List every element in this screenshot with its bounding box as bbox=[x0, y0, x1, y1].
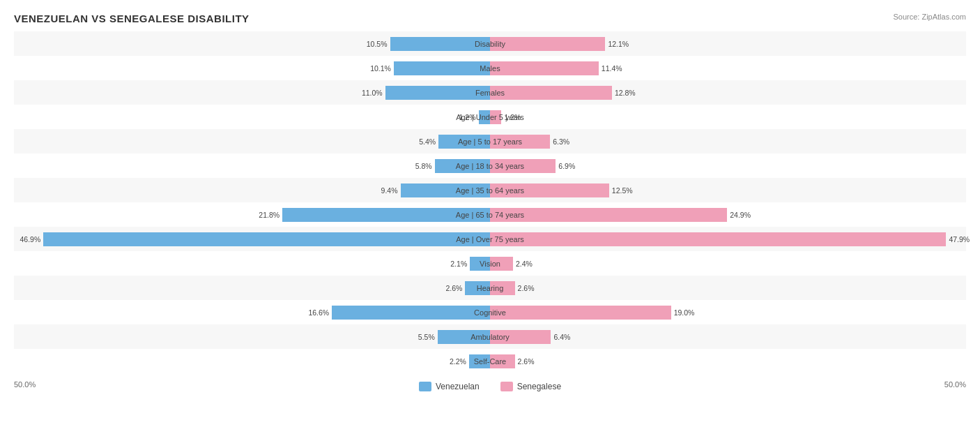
row-label: Females bbox=[475, 89, 505, 97]
row-label: Males bbox=[480, 64, 500, 73]
val-left: 5.4% bbox=[419, 137, 436, 146]
val-left: 46.9% bbox=[20, 235, 40, 244]
legend-label-senegalese: Senegalese bbox=[517, 382, 561, 391]
axis-left: 50.0% bbox=[14, 380, 419, 389]
row-label: Age | 65 to 74 years bbox=[456, 211, 524, 219]
row-label: Age | Over 75 years bbox=[456, 235, 524, 244]
val-left: 21.8% bbox=[259, 211, 280, 219]
val-left: 5.8% bbox=[415, 162, 432, 170]
row-label: Age | 5 to 17 years bbox=[458, 137, 522, 146]
val-right: 2.6% bbox=[518, 357, 535, 366]
val-right: 11.4% bbox=[602, 64, 622, 73]
chart-row: Disability10.5%12.1% bbox=[14, 31, 966, 56]
bar-right bbox=[490, 86, 612, 100]
chart-row: Age | 35 to 64 years9.4%12.5% bbox=[14, 178, 966, 202]
val-left: 5.5% bbox=[418, 333, 435, 341]
legend-color-venezuelan bbox=[419, 382, 431, 391]
row-label: Age | Under 5 years bbox=[456, 113, 524, 121]
bar-right bbox=[490, 232, 946, 246]
chart-row: Cognitive16.6%19.0% bbox=[14, 300, 966, 324]
row-label: Cognitive bbox=[474, 308, 506, 317]
row-label: Disability bbox=[475, 40, 505, 48]
chart-row: Age | 5 to 17 years5.4%6.3% bbox=[14, 129, 966, 153]
chart-row: Ambulatory5.5%6.4% bbox=[14, 324, 966, 349]
val-right: 24.9% bbox=[730, 211, 751, 219]
chart-area: Disability10.5%12.1%Males10.1%11.4%Femal… bbox=[14, 31, 966, 376]
chart-row: Age | 65 to 74 years21.8%24.9% bbox=[14, 202, 966, 227]
val-right: 12.5% bbox=[612, 186, 633, 195]
val-left: 10.5% bbox=[367, 40, 388, 48]
chart-row: Age | Over 75 years46.9%47.9% bbox=[14, 227, 966, 251]
row-label: Vision bbox=[480, 260, 500, 268]
legend-color-senegalese bbox=[500, 382, 513, 391]
legend: Venezuelan Senegalese bbox=[419, 382, 561, 391]
val-right: 6.9% bbox=[558, 162, 575, 170]
legend-item-venezuelan: Venezuelan bbox=[419, 382, 480, 391]
val-right: 6.3% bbox=[553, 137, 569, 146]
row-label: Age | 18 to 34 years bbox=[456, 162, 524, 170]
val-left: 2.1% bbox=[450, 260, 467, 268]
val-left: 16.6% bbox=[308, 308, 329, 317]
bar-left bbox=[394, 61, 490, 75]
val-right: 12.1% bbox=[608, 40, 629, 48]
row-label: Ambulatory bbox=[470, 333, 510, 341]
chart-row: Self-Care2.2%2.6% bbox=[14, 349, 966, 373]
chart-title: VENEZUELAN VS SENEGALESE DISABILITY bbox=[14, 13, 966, 24]
bar-right bbox=[490, 61, 599, 75]
val-right: 2.6% bbox=[518, 284, 535, 292]
chart-row: Males10.1%11.4% bbox=[14, 56, 966, 80]
row-label: Self-Care bbox=[474, 357, 506, 366]
chart-row: Females11.0%12.8% bbox=[14, 80, 966, 105]
bar-left bbox=[332, 306, 490, 320]
chart-row: Hearing2.6%2.6% bbox=[14, 276, 966, 300]
bar-right bbox=[490, 306, 671, 320]
val-left: 2.2% bbox=[450, 357, 466, 366]
val-right: 47.9% bbox=[949, 235, 970, 244]
chart-row: Age | 18 to 34 years5.8%6.9% bbox=[14, 153, 966, 178]
row-label: Hearing bbox=[477, 284, 504, 292]
val-right: 6.4% bbox=[554, 333, 571, 341]
axis-right: 50.0% bbox=[561, 380, 966, 389]
val-left: 9.4% bbox=[381, 186, 398, 195]
row-label: Age | 35 to 64 years bbox=[456, 186, 524, 195]
val-right: 19.0% bbox=[674, 308, 695, 317]
chart-row: Age | Under 5 years1.2%1.2% bbox=[14, 105, 966, 129]
axis-row: 50.0% Venezuelan Senegalese 50.0% bbox=[14, 377, 966, 391]
bar-left bbox=[385, 86, 490, 100]
val-right: 2.4% bbox=[516, 260, 533, 268]
val-left: 2.6% bbox=[445, 284, 462, 292]
source-text: Source: ZipAtlas.com bbox=[893, 13, 966, 21]
chart-row: Vision2.1%2.4% bbox=[14, 251, 966, 276]
bar-left bbox=[43, 232, 490, 246]
val-left: 11.0% bbox=[362, 89, 383, 97]
chart-container: VENEZUELAN VS SENEGALESE DISABILITY Sour… bbox=[0, 0, 980, 427]
legend-item-senegalese: Senegalese bbox=[500, 382, 561, 391]
val-right: 12.8% bbox=[615, 89, 636, 97]
val-left: 10.1% bbox=[370, 64, 391, 73]
bar-right bbox=[490, 208, 727, 222]
bar-right bbox=[490, 37, 605, 51]
legend-label-venezuelan: Venezuelan bbox=[436, 382, 480, 391]
